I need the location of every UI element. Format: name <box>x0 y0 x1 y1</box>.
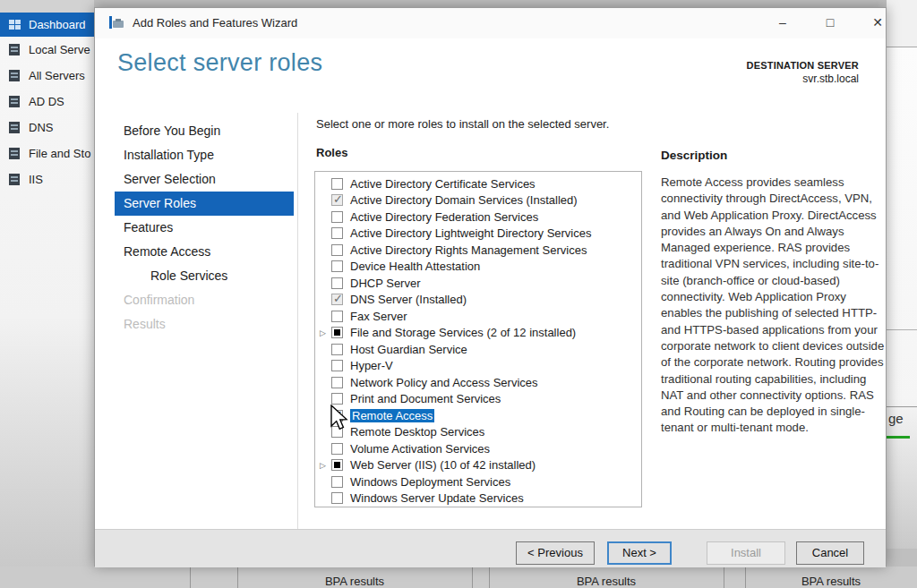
wizard-app-icon <box>109 16 124 30</box>
role-row-windows-deployment-services[interactable]: Windows Deployment Services <box>319 473 641 490</box>
role-row-host-guardian-service[interactable]: Host Guardian Service <box>319 341 641 358</box>
screen: DashboardLocal ServeAll ServersAD DSDNSF… <box>0 0 917 588</box>
role-label: Print and Document Services <box>350 392 501 405</box>
role-checkbox[interactable] <box>331 492 343 504</box>
role-row-active-directory-certificate-services[interactable]: Active Directory Certificate Services <box>319 175 641 192</box>
role-checkbox[interactable] <box>331 443 343 455</box>
sidebar-item-label: File and Sto <box>29 147 90 160</box>
role-row-dns-server-installed[interactable]: DNS Server (Installed) <box>319 292 641 309</box>
role-row-hyper-v[interactable]: Hyper-V <box>319 358 641 375</box>
sidebar-item-label: All Servers <box>29 69 85 82</box>
local-server-icon <box>8 44 22 56</box>
role-checkbox[interactable] <box>331 410 343 422</box>
panel-divider <box>887 329 917 330</box>
nav-item-server-selection[interactable]: Server Selection <box>115 167 294 192</box>
role-checkbox[interactable] <box>331 476 343 488</box>
role-checkbox[interactable] <box>331 260 343 272</box>
sidebar-item-label: Local Serve <box>29 43 90 56</box>
role-checkbox[interactable] <box>331 360 343 371</box>
role-row-active-directory-rights-management-services[interactable]: Active Directory Rights Management Servi… <box>319 242 641 259</box>
role-row-active-directory-lightweight-directory-services[interactable]: Active Directory Lightweight Directory S… <box>319 226 641 243</box>
role-label: Remote Access <box>350 409 434 422</box>
sidebar-item-ad-ds[interactable]: AD DS <box>0 89 94 115</box>
role-checkbox[interactable] <box>331 277 343 289</box>
role-checkbox[interactable] <box>331 311 343 322</box>
role-row-active-directory-domain-services-installed[interactable]: Active Directory Domain Services (Instal… <box>319 192 641 209</box>
sidebar-item-label: Dashboard <box>29 18 86 31</box>
role-label: Active Directory Domain Services (Instal… <box>350 193 578 207</box>
description-text: Remote Access provides seamless connecti… <box>661 175 887 437</box>
role-checkbox[interactable] <box>331 227 343 239</box>
sidebar-item-local-serve[interactable]: Local Serve <box>0 37 94 63</box>
role-checkbox[interactable] <box>331 327 343 338</box>
role-row-device-health-attestation[interactable]: Device Health Attestation <box>319 259 641 276</box>
nav-item-remote-access[interactable]: Remote Access <box>115 240 294 264</box>
role-row-remote-desktop-services[interactable]: Remote Desktop Services <box>319 424 641 441</box>
destination-server-label: DESTINATION SERVER <box>747 60 859 71</box>
nav-item-confirmation[interactable]: Confirmation <box>115 288 294 312</box>
close-button[interactable]: ✕ <box>861 12 894 33</box>
wizard-footer: < PreviousNext >InstallCancel <box>95 529 886 567</box>
role-checkbox[interactable] <box>331 426 343 438</box>
bpa-results-label: BPA results <box>801 575 861 588</box>
nav-item-role-services[interactable]: Role Services <box>115 264 294 288</box>
role-checkbox[interactable] <box>331 459 343 471</box>
expand-arrow-icon[interactable]: ▷ <box>319 457 331 473</box>
role-checkbox[interactable] <box>331 344 343 355</box>
role-row-network-policy-and-access-services[interactable]: Network Policy and Access Services <box>319 374 641 391</box>
wizard-title-bar[interactable]: Add Roles and Features Wizard –□✕ <box>95 8 886 38</box>
minimize-button[interactable]: – <box>767 12 799 33</box>
role-row-volume-activation-services[interactable]: Volume Activation Services <box>319 440 641 457</box>
role-checkbox[interactable] <box>331 194 343 206</box>
sidebar-item-dashboard[interactable]: Dashboard <box>0 13 94 37</box>
nav-item-server-roles[interactable]: Server Roles <box>115 192 294 216</box>
wizard-title: Add Roles and Features Wizard <box>133 16 297 30</box>
role-row-web-server-iis-10-of-42-installed[interactable]: ▷Web Server (IIS) (10 of 42 installed) <box>319 457 641 474</box>
nav-item-before-you-begin[interactable]: Before You Begin <box>115 119 294 143</box>
role-checkbox[interactable] <box>331 294 343 305</box>
page-title: Select server roles <box>117 49 322 77</box>
role-row-fax-server[interactable]: Fax Server <box>319 308 641 325</box>
nav-item-installation-type[interactable]: Installation Type <box>115 143 294 167</box>
table-grid-line <box>724 567 724 588</box>
sidebar-item-label: IIS <box>29 173 43 186</box>
role-label: Hyper-V <box>350 359 393 372</box>
next-button[interactable]: Next > <box>607 541 672 565</box>
server-manager-top-strip <box>0 0 94 13</box>
role-checkbox[interactable] <box>331 244 343 256</box>
nav-item-results[interactable]: Results <box>115 312 294 337</box>
destination-server-value: svr.stb.local <box>747 72 859 85</box>
table-grid-line <box>489 567 490 588</box>
nav-separator <box>297 113 298 530</box>
role-row-active-directory-federation-services[interactable]: Active Directory Federation Services <box>319 209 641 226</box>
role-checkbox[interactable] <box>331 377 343 388</box>
role-row-remote-access[interactable]: Remote Access <box>319 407 641 424</box>
panel-divider <box>887 406 917 407</box>
role-row-windows-server-update-services[interactable]: Windows Server Update Services <box>319 490 641 507</box>
sidebar-item-label: AD DS <box>29 95 64 108</box>
role-row-print-and-document-services[interactable]: Print and Document Services <box>319 391 641 408</box>
all-servers-icon <box>8 70 22 82</box>
role-checkbox[interactable] <box>331 393 343 405</box>
expand-arrow-icon[interactable]: ▷ <box>319 325 331 341</box>
role-checkbox[interactable] <box>331 178 343 190</box>
dns-icon <box>8 122 22 134</box>
previous-button[interactable]: < Previous <box>516 541 595 565</box>
cancel-button[interactable]: Cancel <box>796 541 864 565</box>
role-label: Remote Desktop Services <box>350 425 484 439</box>
role-row-file-and-storage-services-2-of-12-installed[interactable]: ▷File and Storage Services (2 of 12 inst… <box>319 325 641 342</box>
role-label: Active Directory Federation Services <box>350 210 538 224</box>
instruction-text: Select one or more roles to install on t… <box>316 117 609 131</box>
nav-item-features[interactable]: Features <box>115 216 294 240</box>
roles-listbox[interactable]: Active Directory Certificate ServicesAct… <box>314 171 642 507</box>
sidebar-item-file-and-sto[interactable]: File and Sto <box>0 141 94 166</box>
role-row-dhcp-server[interactable]: DHCP Server <box>319 275 641 292</box>
table-grid-line <box>190 567 191 588</box>
role-label: File and Storage Services (2 of 12 insta… <box>350 326 576 339</box>
sidebar-item-dns[interactable]: DNS <box>0 115 94 141</box>
dashboard-grid-icon <box>8 19 22 31</box>
sidebar-item-iis[interactable]: IIS <box>0 166 94 192</box>
role-checkbox[interactable] <box>331 211 343 223</box>
sidebar-item-all-servers[interactable]: All Servers <box>0 63 94 89</box>
maximize-button[interactable]: □ <box>814 12 846 33</box>
